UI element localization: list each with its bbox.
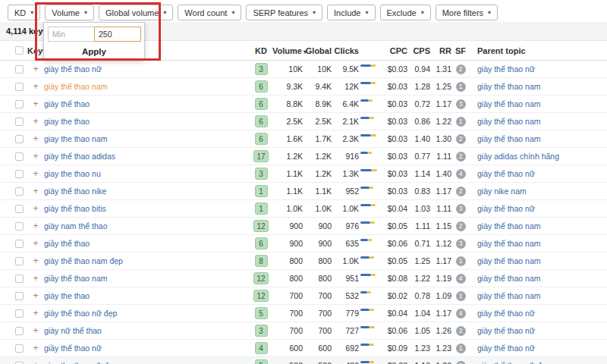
keyword-link[interactable]: giày thể thao bitis xyxy=(44,204,106,213)
parent-topic-link[interactable]: giày thể thao nam xyxy=(477,82,540,91)
row-checkbox[interactable] xyxy=(15,187,24,196)
keyword-link[interactable]: giày thể thao nữ đẹp xyxy=(44,309,117,318)
keyword-link[interactable]: giay the thao nam xyxy=(44,134,107,143)
parent-topic-link[interactable]: giày thể thao nữ xyxy=(477,344,535,353)
row-checkbox[interactable] xyxy=(15,205,24,213)
filter-button-global-volume[interactable]: Global volume ▾ xyxy=(99,5,173,20)
header-cps[interactable]: CPS xyxy=(407,46,430,55)
keyword-link[interactable]: giày thể thao nike xyxy=(44,187,106,196)
row-checkbox[interactable] xyxy=(15,65,24,74)
add-to-list-icon[interactable]: + xyxy=(27,82,44,91)
keyword-link[interactable]: giày thể thao xyxy=(44,99,90,108)
add-to-list-icon[interactable]: + xyxy=(27,99,44,108)
keyword-link[interactable]: giầy thể thao nữ xyxy=(44,344,102,353)
row-checkbox[interactable] xyxy=(15,362,24,364)
header-parent-topic[interactable]: Parent topic xyxy=(470,46,607,55)
header-rr[interactable]: RR xyxy=(430,46,451,55)
keyword-link[interactable]: giầy thể thao nam xyxy=(44,274,107,283)
row-checkbox[interactable] xyxy=(15,100,24,108)
serp-features-badge[interactable]: 2 xyxy=(456,221,466,231)
select-all-checkbox[interactable] xyxy=(15,46,24,55)
serp-features-badge[interactable]: 2 xyxy=(456,361,466,364)
row-checkbox[interactable] xyxy=(15,309,24,318)
filter-button-exclude[interactable]: Exclude ▾ xyxy=(380,5,431,20)
serp-features-badge[interactable]: 4 xyxy=(456,309,466,318)
parent-topic-link[interactable]: giày thể thao nam xyxy=(477,239,540,248)
filter-button-serp-features[interactable]: SERP features ▾ xyxy=(246,5,322,20)
keyword-link[interactable]: giày thể thao nam xyxy=(44,82,107,91)
serp-features-badge[interactable]: 3 xyxy=(456,99,466,109)
add-to-list-icon[interactable]: + xyxy=(27,326,44,335)
add-to-list-icon[interactable]: + xyxy=(27,117,44,126)
parent-topic-link[interactable]: giày thể thao nữ xyxy=(477,64,535,74)
serp-features-badge[interactable]: 4 xyxy=(456,169,466,179)
serp-features-badge[interactable]: 2 xyxy=(456,187,466,196)
serp-features-badge[interactable]: 1 xyxy=(456,82,466,92)
serp-features-badge[interactable]: 3 xyxy=(456,204,466,214)
serp-features-badge[interactable]: 2 xyxy=(456,134,466,144)
row-checkbox[interactable] xyxy=(15,152,24,161)
row-checkbox[interactable] xyxy=(15,344,24,353)
row-checkbox[interactable] xyxy=(15,170,24,178)
serp-features-badge[interactable]: 3 xyxy=(456,239,466,249)
row-checkbox[interactable] xyxy=(15,275,24,283)
serp-features-badge[interactable]: 1 xyxy=(456,256,466,266)
add-to-list-icon[interactable]: + xyxy=(27,64,44,74)
add-to-list-icon[interactable]: + xyxy=(27,256,44,265)
parent-topic-link[interactable]: giày nike nam xyxy=(477,187,527,196)
parent-topic-link[interactable]: giày thể thao nữ xyxy=(477,309,535,318)
add-to-list-icon[interactable]: + xyxy=(27,274,44,283)
row-checkbox[interactable] xyxy=(15,327,24,335)
volume-min-input[interactable] xyxy=(48,27,95,42)
parent-topic-link[interactable]: giày thể thao nữ xyxy=(477,204,535,213)
parent-topic-link[interactable]: giày thể thao nữ đẹp xyxy=(477,361,550,364)
parent-topic-link[interactable]: giày thể thao nam xyxy=(477,221,540,231)
header-kd[interactable]: KD xyxy=(250,46,272,55)
add-to-list-icon[interactable]: + xyxy=(27,239,44,248)
apply-button[interactable]: Apply xyxy=(44,42,144,61)
add-to-list-icon[interactable]: + xyxy=(27,134,44,143)
header-volume[interactable]: Volume▾ xyxy=(272,46,303,55)
serp-features-badge[interactable]: 2 xyxy=(456,152,466,162)
parent-topic-link[interactable]: giày thể thao nữ xyxy=(477,169,535,178)
parent-topic-link[interactable]: giày adidas chính hãng xyxy=(477,152,559,161)
parent-topic-link[interactable]: giày thể thao nam xyxy=(477,291,540,300)
keyword-link[interactable]: giày thể thao adidas xyxy=(44,152,115,161)
filter-button-kd[interactable]: KD ▾ xyxy=(8,5,40,20)
add-to-list-icon[interactable]: + xyxy=(27,204,44,213)
serp-features-badge[interactable]: 1 xyxy=(456,344,466,353)
serp-features-badge[interactable]: 2 xyxy=(456,64,466,74)
keyword-link[interactable]: giày nam thể thao xyxy=(44,221,107,231)
serp-features-badge[interactable]: 1 xyxy=(456,291,466,301)
parent-topic-link[interactable]: giày thể thao nam xyxy=(477,274,540,283)
row-checkbox[interactable] xyxy=(15,118,24,126)
add-to-list-icon[interactable]: + xyxy=(27,291,44,300)
add-to-list-icon[interactable]: + xyxy=(27,169,44,178)
keyword-link[interactable]: giày thể thao nam đẹp xyxy=(44,256,123,265)
filter-button-more-filters[interactable]: More filters ▾ xyxy=(436,5,498,20)
add-to-list-icon[interactable]: + xyxy=(27,221,44,231)
keyword-link[interactable]: giay the thao xyxy=(44,117,90,126)
parent-topic-link[interactable]: giày thể thao nam xyxy=(477,134,540,143)
header-clicks[interactable]: Clicks xyxy=(332,46,359,55)
parent-topic-link[interactable]: giày thể thao nam xyxy=(477,99,540,108)
keyword-link[interactable]: giày thể thao nữ xyxy=(44,64,102,74)
keyword-link[interactable]: giày the thao xyxy=(44,291,90,300)
add-to-list-icon[interactable]: + xyxy=(27,309,44,318)
serp-features-badge[interactable]: 2 xyxy=(456,326,466,336)
add-to-list-icon[interactable]: + xyxy=(27,344,44,353)
row-checkbox[interactable] xyxy=(15,222,24,231)
keyword-link[interactable]: giầy thể thao xyxy=(44,239,90,248)
header-global[interactable]: Global xyxy=(303,46,332,55)
row-checkbox[interactable] xyxy=(15,135,24,143)
volume-value-input[interactable] xyxy=(94,27,141,42)
row-checkbox[interactable] xyxy=(15,240,24,248)
serp-features-badge[interactable]: 1 xyxy=(456,117,466,127)
add-to-list-icon[interactable]: + xyxy=(27,187,44,196)
parent-topic-link[interactable]: giày thể thao nam xyxy=(477,256,540,265)
parent-topic-link[interactable]: giày thể thao nữ xyxy=(477,326,535,335)
filter-button-volume[interactable]: Volume ▾ xyxy=(45,5,94,20)
keyword-link[interactable]: giày nữ thể thao xyxy=(44,326,102,335)
row-checkbox[interactable] xyxy=(15,292,24,300)
serp-features-badge[interactable]: 4 xyxy=(456,274,466,284)
